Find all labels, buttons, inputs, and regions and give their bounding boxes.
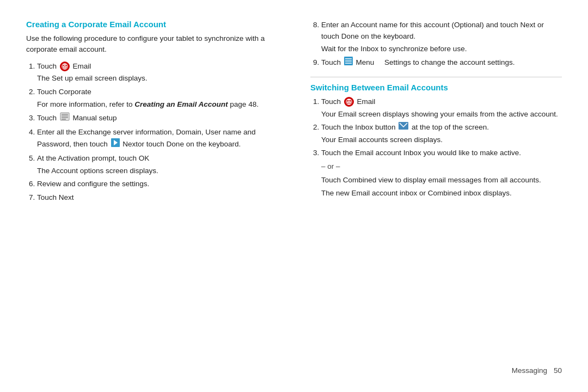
list-item: At the Activation prompt, touch OK The A… [37, 153, 278, 176]
manual-icon [60, 112, 70, 125]
menu-icon [344, 57, 353, 69]
step8-text: Enter an Account name for this account (… [321, 21, 544, 40]
footer: Messaging 50 [26, 361, 562, 375]
step9-text: Touch Menu Settings to change the accoun… [321, 58, 514, 66]
switch-step2-sub: Your Email accounts screen displays. [321, 134, 562, 145]
next-icon [111, 138, 120, 151]
right-column: Enter an Account name for this account (… [305, 20, 562, 361]
left-steps-list: Touch Email The Set up email screen disp… [26, 61, 278, 204]
list-item: Touch Next [37, 192, 278, 204]
step5-text: At the Activation prompt, touch OK [37, 154, 149, 162]
email-icon-2 [344, 97, 354, 107]
list-item: Touch Manual setup [37, 112, 278, 125]
list-item: Touch Menu Settings to change the accoun… [321, 57, 562, 69]
switch-step3-sub3: The new Email account inbox or Combined … [321, 188, 562, 199]
step7-text: Touch Next [37, 193, 74, 201]
step8-sub: Wait for the Inbox to synchronize before… [321, 44, 562, 54]
switch-step3-text: Touch the Email account Inbox you would … [321, 149, 521, 157]
list-item: Enter all the Exchange server informatio… [37, 127, 278, 151]
footer-label: Messaging [512, 366, 547, 375]
switch-step1-text: Touch Email [321, 97, 375, 106]
section2-title: Switching Between Email Accounts [310, 83, 562, 92]
or-text: – or – [321, 161, 562, 173]
step1-text: Touch Email [37, 62, 91, 70]
footer-page: 50 [554, 366, 562, 375]
left-column: Creating a Corporate Email Account Use t… [26, 20, 283, 361]
step1-sub: The Set up email screen displays. [37, 73, 278, 84]
step6-text: Review and configure the settings. [37, 180, 149, 188]
step2-text: Touch Corporate [37, 88, 91, 96]
list-item: Review and configure the settings. [37, 179, 278, 190]
intro-text: Use the following procedure to configure… [26, 33, 278, 56]
switch-step3-sub2: Touch Combined view to display email mes… [321, 175, 562, 186]
svg-point-0 [61, 63, 68, 70]
email-icon-1 [60, 62, 70, 71]
section1-title: Creating a Corporate Email Account [26, 20, 278, 29]
list-item: Enter an Account name for this account (… [321, 20, 562, 54]
list-item: Touch Email The Set up email screen disp… [37, 61, 278, 84]
content-area: Creating a Corporate Email Account Use t… [26, 20, 562, 361]
step5-sub: The Account options screen displays. [37, 166, 278, 176]
section-divider [310, 77, 562, 77]
right-steps-list-bottom: Touch Email Your Email screen displays s… [310, 96, 562, 199]
step4-text: Enter all the Exchange server informatio… [37, 128, 255, 148]
switch-step2-text: Touch the Inbox button at the top of the… [321, 123, 489, 131]
list-item: Touch the Inbox button at the top of the… [321, 122, 562, 145]
right-steps-list-top: Enter an Account name for this account (… [310, 20, 562, 69]
inbox-icon [399, 122, 408, 133]
list-item: Touch Corporate For more information, re… [37, 87, 278, 110]
page: Creating a Corporate Email Account Use t… [0, 0, 588, 392]
bold-italic-ref: Creating an Email Account [134, 100, 228, 108]
list-item: Touch the Email account Inbox you would … [321, 148, 562, 199]
svg-point-13 [345, 99, 352, 106]
step3-text: Touch Manual setup [37, 114, 117, 122]
step2-sub: For more information, refer to Creating … [37, 99, 278, 110]
switch-step1-sub: Your Email screen displays showing your … [321, 109, 562, 120]
list-item: Touch Email Your Email screen displays s… [321, 96, 562, 120]
